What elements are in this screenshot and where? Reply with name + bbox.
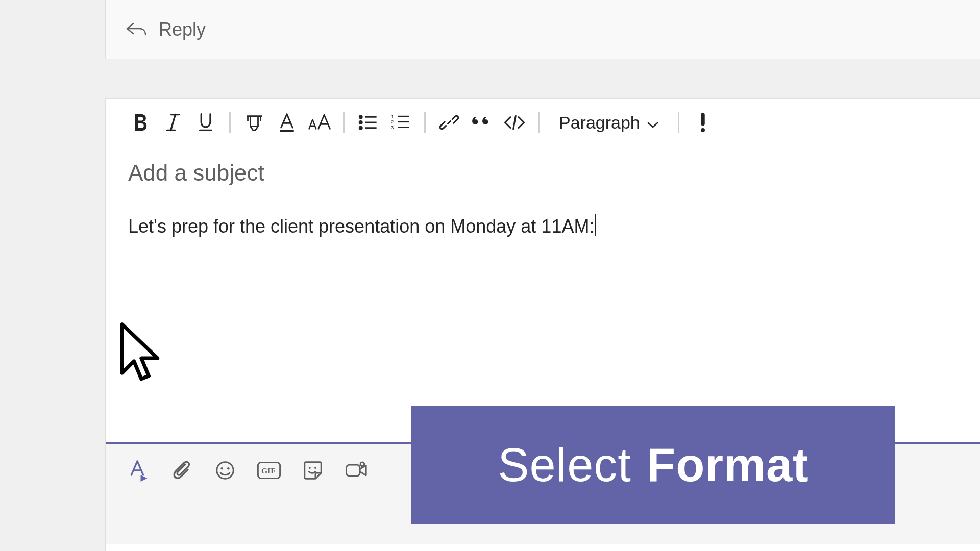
message-body-input[interactable]: Let's prep for the client presentation o… <box>106 186 980 237</box>
toolbar-separator <box>538 112 540 133</box>
quote-button[interactable] <box>465 106 498 139</box>
svg-text:2: 2 <box>391 119 394 124</box>
code-button[interactable] <box>498 106 531 139</box>
reply-arrow-icon <box>126 19 146 40</box>
svg-point-3 <box>359 121 362 123</box>
sticker-button[interactable] <box>300 457 326 484</box>
svg-point-15 <box>701 128 705 132</box>
bold-button[interactable] <box>124 106 157 139</box>
format-button[interactable] <box>124 457 151 484</box>
svg-point-24 <box>360 462 364 466</box>
subject-placeholder: Add a subject <box>128 160 264 185</box>
svg-point-16 <box>217 462 234 479</box>
paragraph-style-dropdown[interactable]: Paragraph <box>547 113 671 133</box>
importance-button[interactable] <box>687 106 719 139</box>
svg-rect-23 <box>346 465 360 476</box>
numbered-list-button[interactable]: 1 2 3 <box>384 106 417 139</box>
svg-point-17 <box>221 467 224 470</box>
bullet-list-button[interactable] <box>352 106 384 139</box>
reply-bar[interactable]: Reply <box>105 0 980 59</box>
attach-button[interactable] <box>168 457 194 484</box>
underline-button[interactable] <box>189 106 222 139</box>
callout-word-1: Select <box>498 438 631 492</box>
svg-text:3: 3 <box>391 124 394 130</box>
font-color-button[interactable] <box>271 106 303 139</box>
instruction-callout: Select Format <box>411 406 895 524</box>
svg-text:1: 1 <box>391 114 394 119</box>
toolbar-separator <box>343 112 345 133</box>
formatting-toolbar: 1 2 3 Para <box>106 99 980 146</box>
svg-point-2 <box>359 116 362 118</box>
svg-point-4 <box>359 127 362 129</box>
reply-label: Reply <box>159 19 206 40</box>
meet-now-button[interactable] <box>344 457 370 484</box>
gif-button[interactable]: GIF <box>256 457 282 484</box>
svg-rect-14 <box>701 113 705 126</box>
subject-input[interactable]: Add a subject <box>106 146 980 186</box>
link-button[interactable] <box>433 106 465 139</box>
highlight-button[interactable] <box>238 106 271 139</box>
paragraph-style-label: Paragraph <box>559 113 640 133</box>
message-body-text: Let's prep for the client presentation o… <box>128 216 594 237</box>
toolbar-separator <box>424 112 426 133</box>
svg-point-21 <box>309 467 311 469</box>
callout-word-2: Format <box>647 438 809 492</box>
svg-text:GIF: GIF <box>261 466 276 475</box>
emoji-button[interactable] <box>212 457 238 484</box>
toolbar-separator <box>678 112 679 133</box>
chevron-down-icon <box>647 113 658 133</box>
font-size-button[interactable] <box>303 106 336 139</box>
mouse-cursor-icon <box>117 321 163 390</box>
text-caret <box>595 214 596 236</box>
italic-button[interactable] <box>157 106 189 139</box>
svg-point-22 <box>314 467 316 469</box>
svg-point-18 <box>227 467 230 470</box>
toolbar-separator <box>229 112 231 133</box>
